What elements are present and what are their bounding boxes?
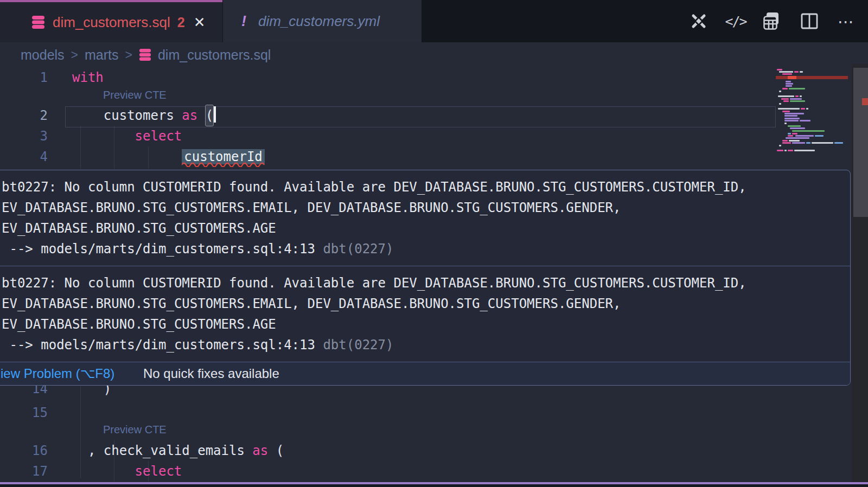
chevron-right-icon: > — [71, 48, 78, 62]
code-text: , check_valid_emails as ( — [48, 440, 284, 461]
diagnostic-code: dbt(0227) — [323, 241, 393, 257]
error-token-customerId[interactable]: customerId — [182, 149, 265, 164]
view-problem-link[interactable]: iew Problem (⌥F8) — [1, 366, 114, 381]
tab-bar: dim_customers.sql 2 ✕ ! dim_customers.ym… — [0, 0, 868, 42]
line-number: 15 — [0, 402, 48, 423]
scrollbar[interactable] — [852, 64, 868, 482]
code-text: select — [48, 126, 182, 146]
line-number: 17 — [0, 461, 48, 482]
split-editor-icon[interactable] — [799, 10, 820, 32]
preview-results-icon[interactable] — [762, 10, 783, 32]
matched-bracket: ( — [206, 105, 213, 126]
code-editor[interactable]: 1with2 customers as (3 select4 customerI… — [0, 65, 868, 487]
line-number: 2 — [0, 105, 48, 126]
close-icon[interactable]: ✕ — [194, 14, 206, 31]
code-text: customerId — [48, 146, 265, 167]
tab-problem-count-badge: 2 — [177, 15, 185, 30]
code-line-4[interactable]: 4 customerId — [0, 146, 776, 167]
compile-sql-icon[interactable]: </> — [725, 10, 746, 32]
more-actions-icon[interactable]: ⋯ — [835, 10, 857, 32]
code-line-15[interactable]: 15 — [0, 402, 776, 423]
database-icon — [139, 48, 151, 61]
tab-title: dim_customers.sql — [53, 14, 170, 31]
no-quick-fixes-text: No quick fixes available — [143, 366, 279, 381]
codelens-preview-cte[interactable]: Preview CTE — [103, 422, 167, 437]
codelens-preview-cte[interactable]: Preview CTE — [103, 87, 167, 102]
breadcrumb-file[interactable]: dim_customers.sql — [158, 47, 271, 63]
error-hover-popup: bt0227: No column CUSTOMERID found. Avai… — [0, 170, 851, 386]
line-number: 4 — [0, 146, 48, 167]
code-text: customers as ( — [48, 105, 216, 126]
code-text: select — [48, 461, 182, 482]
code-text: with — [48, 67, 104, 88]
tab-title: dim_customers.yml — [258, 13, 380, 30]
code-line-16[interactable]: 16 , check_valid_emails as ( — [0, 440, 776, 461]
text-cursor — [214, 106, 216, 123]
editor-window: dim_customers.sql 2 ✕ ! dim_customers.ym… — [0, 0, 868, 487]
line-number: 1 — [0, 67, 48, 88]
code-line-3[interactable]: 3 select — [0, 126, 776, 146]
code-line-1[interactable]: 1with — [0, 67, 776, 88]
diagnostic-message: bt0227: No column CUSTOMERID found. Avai… — [0, 170, 850, 259]
database-icon — [31, 15, 45, 29]
error-squiggle — [182, 163, 266, 167]
editor-actions: </> ⋯ — [688, 0, 857, 42]
popup-status-bar: iew Problem (⌥F8) No quick fixes availab… — [0, 362, 850, 385]
error-mark-icon: ! — [241, 13, 246, 30]
diagnostic-message: bt0227: No column CUSTOMERID found. Avai… — [0, 266, 850, 355]
minimap-error-line — [776, 76, 848, 79]
dbt-icon[interactable] — [688, 10, 710, 32]
breadcrumb-marts[interactable]: marts — [85, 47, 119, 63]
panel-edge — [0, 484, 868, 487]
code-text — [48, 402, 72, 423]
code-line-17[interactable]: 17 select — [0, 461, 776, 482]
breadcrumb-models[interactable]: models — [21, 47, 65, 63]
code-line-2[interactable]: 2 customers as ( — [0, 105, 776, 126]
chevron-right-icon: > — [125, 48, 132, 62]
scrollbar-thumb[interactable] — [853, 68, 868, 217]
breadcrumb: models > marts > dim_customers.sql — [21, 44, 271, 65]
line-number: 3 — [0, 126, 48, 146]
tab-dim-customers-yml[interactable]: ! dim_customers.yml — [223, 0, 422, 42]
overview-error-marker — [862, 98, 868, 105]
line-number: 16 — [0, 440, 48, 461]
diagnostic-code: dbt(0227) — [323, 337, 393, 353]
tab-dim-customers-sql[interactable]: dim_customers.sql 2 ✕ — [0, 0, 222, 42]
